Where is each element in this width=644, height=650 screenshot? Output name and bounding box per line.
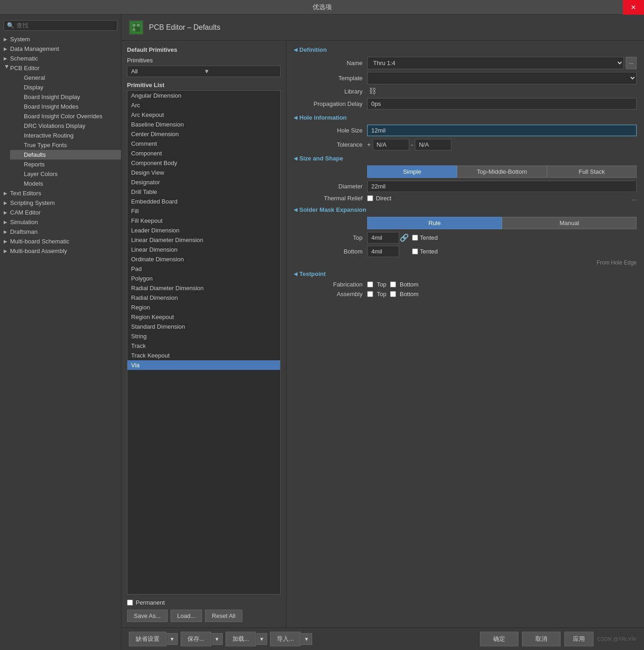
arrow-icon: [17, 75, 24, 80]
close-button[interactable]: ✕: [623, 0, 644, 15]
template-select[interactable]: [367, 72, 637, 84]
list-item[interactable]: Embedded Board: [127, 197, 280, 206]
sidebar-item-reports[interactable]: Reports: [10, 160, 121, 169]
sidebar-item-true-type-fonts[interactable]: True Type Fonts: [10, 140, 121, 150]
save-button[interactable]: 保存...: [181, 632, 211, 646]
list-item[interactable]: Center Dimension: [127, 129, 280, 139]
permanent-checkbox[interactable]: [127, 600, 133, 606]
tolerance-minus-input[interactable]: [415, 139, 451, 150]
simple-button[interactable]: Simple: [367, 165, 457, 178]
search-input[interactable]: [17, 22, 114, 29]
sidebar-item-board-insight-color-overrides[interactable]: Board Insight Color Overrides: [10, 111, 121, 121]
list-item[interactable]: Arc Keepout: [127, 110, 280, 120]
sidebar-item-pcb-editor[interactable]: ▶ PCB Editor: [0, 63, 121, 73]
list-item[interactable]: Ordinate Dimension: [127, 254, 280, 264]
top-middle-bottom-button[interactable]: Top-Middle-Bottom: [457, 165, 547, 178]
list-item[interactable]: Standard Dimension: [127, 322, 280, 331]
sidebar-item-schematic[interactable]: ▶ Schematic: [0, 54, 121, 63]
confirm-button[interactable]: 确定: [480, 632, 518, 646]
bottom-tented-checkbox[interactable]: [412, 248, 418, 254]
search-box[interactable]: 🔍: [4, 20, 117, 31]
thermal-relief-checkbox[interactable]: [367, 195, 373, 201]
save-as-button[interactable]: Save As...: [127, 610, 168, 622]
default-settings-dropdown[interactable]: ▼: [166, 633, 178, 645]
definition-section-title[interactable]: ◀ Definition: [294, 46, 637, 53]
list-item[interactable]: Fill Keepout: [127, 216, 280, 226]
list-item[interactable]: String: [127, 331, 280, 341]
list-item[interactable]: Arc: [127, 100, 280, 110]
sidebar-item-data-management[interactable]: ▶ Data Management: [0, 44, 121, 54]
list-item[interactable]: Radial Diameter Dimension: [127, 283, 280, 293]
manual-button[interactable]: Manual: [502, 217, 637, 229]
list-item[interactable]: Region: [127, 303, 280, 312]
list-item[interactable]: Design View: [127, 168, 280, 177]
propagation-delay-input[interactable]: [367, 98, 637, 110]
testpoint-section-title[interactable]: ◀ Testpoint: [294, 270, 637, 277]
hole-size-input[interactable]: [367, 125, 637, 136]
size-and-shape-section-title[interactable]: ◀ Size and Shape: [294, 155, 637, 162]
list-item[interactable]: Component: [127, 149, 280, 158]
import-button[interactable]: 导入...: [270, 632, 301, 646]
list-item[interactable]: Linear Diameter Dimension: [127, 235, 280, 245]
default-primitives-header: Default Primitives: [127, 46, 281, 53]
fabrication-bottom-checkbox[interactable]: [390, 281, 396, 287]
list-item[interactable]: Component Body: [127, 158, 280, 168]
list-item[interactable]: Region Keepout: [127, 312, 280, 322]
bottom-value-input[interactable]: [367, 246, 399, 257]
sidebar-item-multi-board-assembly[interactable]: ▶ Multi-board Assembly: [0, 246, 121, 256]
sidebar-item-drc-violations-display[interactable]: DRC Violations Display: [10, 121, 121, 131]
list-item[interactable]: Radial Dimension: [127, 293, 280, 303]
diameter-input[interactable]: [367, 181, 637, 192]
list-item[interactable]: Via: [127, 360, 280, 370]
list-item[interactable]: Comment: [127, 139, 280, 149]
list-item[interactable]: Baseline Dimension: [127, 120, 280, 129]
default-settings-button[interactable]: 缺省设置: [129, 632, 166, 646]
name-menu-button[interactable]: ···: [626, 57, 637, 69]
sidebar-item-draftsman[interactable]: ▶ Draftsman: [0, 227, 121, 237]
load-dropdown[interactable]: ▼: [256, 633, 267, 645]
sidebar-item-simulation[interactable]: ▶ Simulation: [0, 217, 121, 227]
fabrication-top-checkbox[interactable]: [367, 281, 373, 287]
assembly-bottom-checkbox[interactable]: [390, 291, 396, 297]
apply-button[interactable]: 应用: [564, 632, 594, 646]
solder-mask-section-title[interactable]: ◀ Solder Mask Expansion: [294, 206, 637, 213]
import-dropdown[interactable]: ▼: [301, 633, 312, 645]
hole-information-section-title[interactable]: ◀ Hole information: [294, 114, 637, 121]
list-item[interactable]: Polygon: [127, 274, 280, 283]
sidebar-item-display[interactable]: Display: [10, 83, 121, 92]
sidebar-item-defaults[interactable]: Defaults: [10, 150, 121, 160]
primitives-dropdown[interactable]: All ▼: [127, 66, 281, 77]
save-dropdown[interactable]: ▼: [211, 633, 223, 645]
list-item[interactable]: Designator: [127, 177, 280, 187]
name-select[interactable]: Thru 1:4: [367, 57, 624, 69]
full-stack-button[interactable]: Full Stack: [547, 165, 637, 178]
list-item[interactable]: Track: [127, 341, 280, 351]
sidebar-item-board-insight-display[interactable]: Board Insight Display: [10, 92, 121, 102]
list-item[interactable]: Leader Dimension: [127, 226, 280, 235]
assembly-top-checkbox[interactable]: [367, 291, 373, 297]
list-item[interactable]: Linear Dimension: [127, 245, 280, 254]
list-item[interactable]: Fill: [127, 206, 280, 216]
list-item[interactable]: Angular Dimension: [127, 91, 280, 100]
sidebar-item-layer-colors[interactable]: Layer Colors: [10, 169, 121, 179]
sidebar-item-cam-editor[interactable]: ▶ CAM Editor: [0, 208, 121, 217]
load-button[interactable]: Load...: [171, 610, 203, 622]
cancel-button[interactable]: 取消: [522, 632, 561, 646]
tolerance-plus-input[interactable]: [373, 139, 409, 150]
sidebar-item-system[interactable]: ▶ System: [0, 34, 121, 44]
sidebar-item-multi-board-schematic[interactable]: ▶ Multi-board Schematic: [0, 237, 121, 246]
sidebar-item-general[interactable]: General: [10, 73, 121, 83]
sidebar-item-models[interactable]: Models: [10, 179, 121, 188]
top-tented-checkbox[interactable]: [412, 235, 418, 241]
list-item[interactable]: Pad: [127, 264, 280, 274]
sidebar-item-scripting-system[interactable]: ▶ Scripting System: [0, 198, 121, 208]
sidebar-item-board-insight-modes[interactable]: Board Insight Modes: [10, 102, 121, 111]
load-button[interactable]: 加载...: [226, 632, 256, 646]
rule-button[interactable]: Rule: [367, 217, 502, 229]
sidebar-item-text-editors[interactable]: ▶ Text Editors: [0, 188, 121, 198]
reset-all-button[interactable]: Reset All: [205, 610, 242, 622]
list-item[interactable]: Track Keepout: [127, 351, 280, 360]
top-value-input[interactable]: [367, 232, 399, 243]
sidebar-item-interactive-routing[interactable]: Interactive Routing: [10, 131, 121, 140]
list-item[interactable]: Drill Table: [127, 187, 280, 197]
